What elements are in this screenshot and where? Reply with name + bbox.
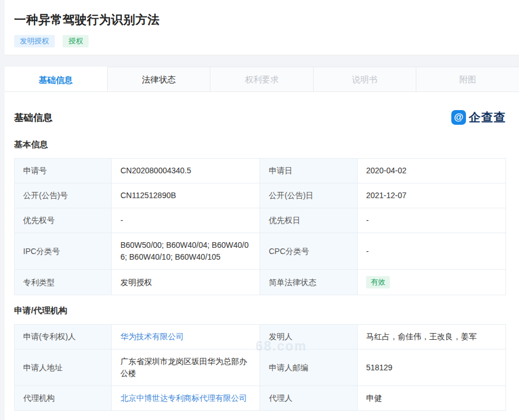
field-label: 公开(公告)日 — [260, 183, 357, 208]
field-value: 马红占，俞佳伟，王改良，姜军 — [357, 325, 505, 349]
table-row: 专利类型 发明授权 简单法律状态 有效 — [15, 270, 506, 295]
field-value: 2021-12-07 — [357, 183, 505, 208]
tag-granted: 授权 — [63, 35, 89, 47]
field-label: 代理机构 — [15, 386, 112, 411]
basic-info-panel: 基础信息 @ 企查查 基本信息 申请号 CN202080004340.5 申请日… — [5, 92, 519, 420]
field-label: 优先权号 — [15, 208, 112, 233]
qichacha-logo: @ 企查查 — [451, 110, 506, 125]
field-label: 公开(公告)号 — [15, 183, 112, 208]
field-value: CN202080004340.5 — [112, 159, 260, 183]
field-value: 华为技术有限公司 — [112, 325, 260, 349]
field-value: 2020-04-02 — [357, 159, 505, 183]
field-label: 申请人邮编 — [260, 349, 357, 386]
field-label: 优先权日 — [260, 208, 357, 233]
field-label: 简单法律状态 — [260, 270, 357, 295]
tab-basic-info[interactable]: 基础信息 — [5, 67, 108, 91]
agency-heading: 申请/代理机构 — [14, 305, 506, 316]
field-value: CN112512890B — [112, 183, 260, 208]
field-label: 发明人 — [260, 325, 357, 349]
table-row: 公开(公告)号 CN112512890B 公开(公告)日 2021-12-07 — [15, 183, 506, 208]
field-value: 北京中博世达专利商标代理有限公司 — [112, 386, 260, 411]
field-value: - — [112, 208, 260, 233]
field-value: - — [357, 208, 505, 233]
field-label: IPC分类号 — [15, 233, 112, 270]
qichacha-wordmark: 企查查 — [469, 110, 506, 125]
field-label: CPC分类号 — [260, 233, 357, 270]
field-value: 有效 — [357, 270, 505, 295]
field-label: 申请日 — [260, 159, 357, 183]
tag-row: 发明授权 授权 — [14, 35, 509, 47]
applicant-link[interactable]: 华为技术有限公司 — [120, 332, 183, 341]
table-row: 申请人地址 广东省深圳市龙岗区坂田华为总部办公楼 申请人邮编 518129 — [15, 349, 506, 386]
table-row: 申请(专利权)人 华为技术有限公司 发明人 马红占，俞佳伟，王改良，姜军 — [15, 325, 506, 349]
tag-invention-grant: 发明授权 — [14, 35, 55, 47]
field-value: 广东省深圳市龙岗区坂田华为总部办公楼 — [112, 349, 260, 386]
tab-drawings[interactable]: 附图 — [416, 67, 519, 91]
table-row: IPC分类号 B60W50/00; B60W40/04; B60W40/06; … — [15, 233, 506, 270]
tab-legal-status[interactable]: 法律状态 — [108, 67, 211, 91]
field-value: B60W50/00; B60W40/04; B60W40/06; B60W40/… — [112, 233, 260, 270]
table-row: 优先权号 - 优先权日 - — [15, 208, 506, 233]
field-value: 518129 — [357, 349, 505, 386]
field-label: 申请(专利权)人 — [15, 325, 112, 349]
patent-detail-page: 一种异常驾驶行为识别方法 发明授权 授权 基础信息 法律状态 权利要求 说明书 … — [0, 0, 519, 420]
basic-info-heading: 基本信息 — [14, 139, 506, 150]
field-label: 申请号 — [15, 159, 112, 183]
field-label: 专利类型 — [15, 270, 112, 295]
table-row: 申请号 CN202080004340.5 申请日 2020-04-02 — [15, 159, 506, 183]
field-value: - — [357, 233, 505, 270]
section-title: 基础信息 — [14, 111, 52, 124]
field-value: 申健 — [357, 386, 505, 411]
section-header: 基础信息 @ 企查查 — [14, 110, 506, 125]
agency-table: 申请(专利权)人 华为技术有限公司 发明人 马红占，俞佳伟，王改良，姜军 申请人… — [14, 324, 506, 411]
field-label: 代理人 — [260, 386, 357, 411]
tab-bar: 基础信息 法律状态 权利要求 说明书 附图 — [5, 67, 519, 92]
table-row: 代理机构 北京中博世达专利商标代理有限公司 代理人 申健 — [15, 386, 506, 411]
field-label: 申请人地址 — [15, 349, 112, 386]
qichacha-icon: @ — [451, 110, 466, 125]
page-title: 一种异常驾驶行为识别方法 — [14, 12, 509, 28]
patent-header: 一种异常驾驶行为识别方法 发明授权 授权 — [5, 0, 519, 55]
field-value: 发明授权 — [112, 270, 260, 295]
agency-link[interactable]: 北京中博世达专利商标代理有限公司 — [120, 393, 247, 403]
tab-claims[interactable]: 权利要求 — [210, 67, 314, 91]
basic-info-table: 申请号 CN202080004340.5 申请日 2020-04-02 公开(公… — [14, 158, 506, 295]
status-badge-valid: 有效 — [366, 276, 390, 288]
tab-description[interactable]: 说明书 — [314, 67, 417, 91]
